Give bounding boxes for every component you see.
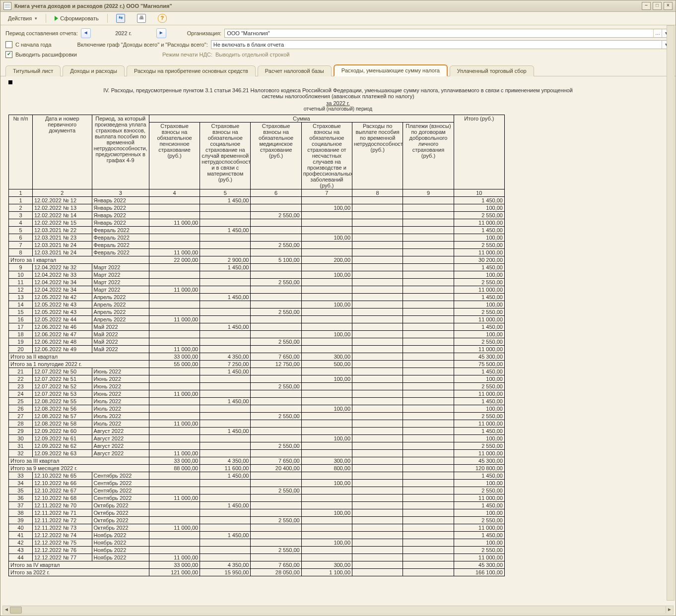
period-cell: Ноябрь 2022 [92, 547, 149, 554]
tab[interactable]: Доходы и расходы [63, 65, 125, 76]
amount-cell [352, 561, 403, 569]
minimize-button[interactable]: – [642, 2, 651, 10]
tab[interactable]: Расходы на приобретение основных средств [127, 65, 256, 76]
close-button[interactable]: × [664, 2, 673, 10]
period-cell: Май 2022 [92, 338, 149, 346]
amount-cell: 2 550,00 [251, 547, 301, 554]
total-cell: 120 800,00 [454, 465, 504, 472]
amount-cell [200, 308, 251, 316]
scroll-right-button[interactable]: ► [666, 606, 673, 613]
include-field[interactable]: Не включать в бланк отчета ▾ [211, 40, 671, 49]
row-number: 21 [9, 368, 33, 375]
period-cell: Август 2022 [92, 450, 149, 457]
doc-cell: 12.02.2022 № 12 [32, 197, 92, 204]
form-button[interactable]: Сформировать [50, 13, 103, 24]
table-row: 4312.12.2022 № 76Ноябрь 20222 550,002 55… [9, 547, 505, 554]
include-label: Включение граф "Доходы всего" и "Расходы… [77, 42, 208, 48]
amount-cell [403, 264, 454, 271]
refresh-button[interactable] [112, 13, 130, 24]
amount-cell: 100,00 [301, 204, 352, 212]
scroll-thumb[interactable] [10, 607, 22, 614]
col-number: 2 [32, 189, 92, 197]
print-button[interactable] [133, 13, 150, 24]
amount-cell [149, 532, 200, 539]
amount-cell [403, 465, 454, 472]
doc-cell: 12.06.2022 № 49 [32, 346, 92, 353]
amount-cell: 121 000,00 [149, 569, 200, 576]
amount-cell [149, 405, 200, 413]
tab[interactable]: Титульный лист [5, 65, 61, 76]
total-cell: 100,00 [454, 301, 504, 308]
amount-cell: 800,00 [301, 465, 352, 472]
amount-cell [352, 398, 403, 405]
from-start-checkbox[interactable] [5, 41, 12, 48]
amount-cell [200, 338, 251, 346]
row-number: 3 [9, 212, 33, 219]
amount-cell [149, 294, 200, 301]
total-cell: 2 550,00 [454, 338, 504, 346]
amount-cell [352, 547, 403, 554]
total-cell: 11 000,00 [454, 346, 504, 353]
amount-cell [352, 524, 403, 532]
amount-cell [301, 413, 352, 420]
table-row: 1512.05.2022 № 43Апрель 20222 550,002 55… [9, 308, 505, 316]
doc-cell: 12.09.2022 № 63 [32, 450, 92, 457]
help-button[interactable] [153, 13, 171, 24]
amount-cell [352, 539, 403, 547]
window-title: Книга учета доходов и расходов (2022 г.)… [14, 3, 172, 9]
amount-cell [251, 494, 301, 502]
doc-cell: 12.08.2022 № 55 [32, 398, 92, 405]
actions-menu[interactable]: Действия [3, 13, 42, 24]
period-prev-button[interactable]: ◄ [81, 28, 91, 38]
total-cell: 11 000,00 [454, 450, 504, 457]
amount-cell: 100,00 [301, 234, 352, 242]
total-cell: 2 550,00 [454, 383, 504, 390]
params-panel: Период составления отчета: ◄ 2022 г. ► О… [0, 25, 676, 61]
amount-cell [301, 502, 352, 509]
amount-cell [352, 338, 403, 346]
row-number: 37 [9, 502, 33, 509]
report-title: IV. Расходы, предусмотренные пунктом 3.1… [100, 87, 576, 99]
doc-cell: 12.08.2022 № 56 [32, 405, 92, 413]
document-icon [3, 2, 11, 10]
amount-cell [149, 308, 200, 316]
col-number: 9 [403, 189, 454, 197]
row-number: 10 [9, 271, 33, 279]
amount-cell: 1 450,00 [200, 368, 251, 375]
vertical-scrollbar[interactable] [667, 25, 675, 601]
decode-checkbox[interactable] [5, 51, 12, 58]
amount-cell [149, 539, 200, 547]
maximize-button[interactable]: □ [653, 2, 662, 10]
period-next-button[interactable]: ► [156, 28, 166, 38]
row-number: 7 [9, 242, 33, 249]
org-lookup-button[interactable]: … [653, 29, 662, 37]
doc-cell: 12.10.2022 № 66 [32, 480, 92, 487]
doc-cell: 12.05.2022 № 42 [32, 294, 92, 301]
amount-cell: 28 050,00 [251, 569, 301, 576]
horizontal-scrollbar[interactable]: ◄ ► [2, 606, 674, 615]
org-field[interactable]: ООО "Магнолия" … ▾ [224, 29, 671, 38]
col-header: Расходы по выплате пособия по временной … [352, 123, 403, 189]
tab[interactable]: Расходы, уменьшающие сумму налога [334, 64, 448, 76]
amount-cell [352, 472, 403, 480]
period-cell: Ноябрь 2022 [92, 554, 149, 561]
table-row: 3612.10.2022 № 68Сентябрь 202211 000,001… [9, 494, 505, 502]
total-cell: 11 000,00 [454, 286, 504, 294]
tab[interactable]: Уплаченный торговый сбор [450, 65, 534, 76]
amount-cell [251, 346, 301, 353]
amount-cell [352, 249, 403, 256]
col-header: Платежи (взносы) по договорам добровольн… [403, 123, 454, 189]
scroll-left-button[interactable]: ◄ [3, 606, 10, 613]
table-row: 2212.07.2022 № 51Июнь 2022100,00100,00 [9, 375, 505, 383]
amount-cell [403, 390, 454, 398]
amount-cell [301, 450, 352, 457]
amount-cell [149, 442, 200, 450]
total-cell: 1 450,00 [454, 398, 504, 405]
amount-cell: 11 000,00 [149, 346, 200, 353]
tab[interactable]: Расчет налоговой базы [258, 65, 332, 76]
col-number: 7 [301, 189, 352, 197]
period-cell: Январь 2022 [92, 219, 149, 227]
amount-cell [149, 301, 200, 308]
amount-cell [403, 316, 454, 323]
amount-cell [251, 405, 301, 413]
